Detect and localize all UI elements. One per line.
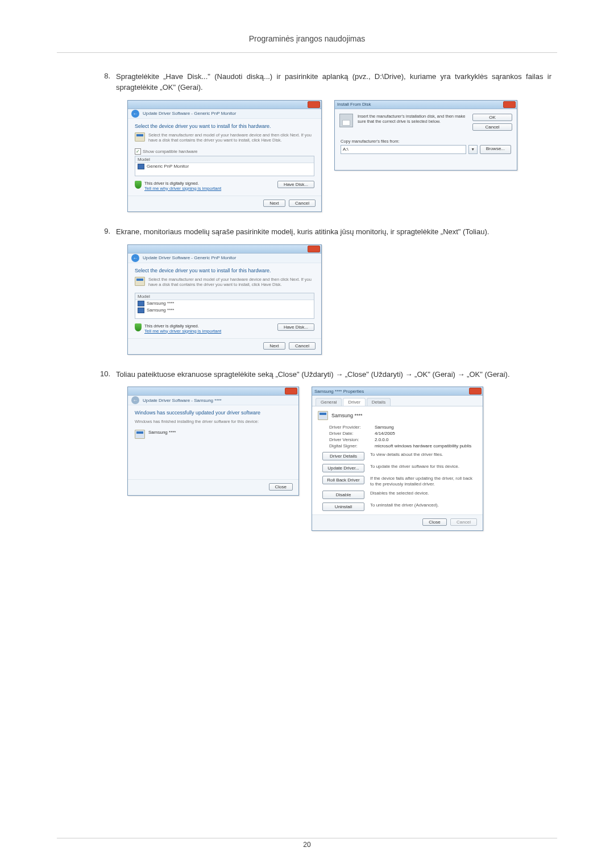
dialog-heading: Select the device driver you want to ins… <box>135 123 314 129</box>
breadcrumb-text: Update Driver Software - Samsung **** <box>143 398 222 403</box>
step-number: 8. <box>91 72 116 93</box>
device-name: Samsung **** <box>331 413 363 418</box>
cancel-button[interactable]: Cancel <box>289 342 316 350</box>
breadcrumb: ← Update Driver Software - Generic PnP M… <box>128 109 321 119</box>
breadcrumb: ← Update Driver Software - Samsung **** <box>128 396 298 405</box>
list-item[interactable]: Samsung **** <box>135 300 314 307</box>
update-driver-window-2: ← Update Driver Software - Generic PnP M… <box>127 244 322 355</box>
list-item-label: Generic PnP Monitor <box>147 164 189 169</box>
next-button[interactable]: Next <box>263 200 285 207</box>
model-listbox[interactable]: Model Generic PnP Monitor <box>135 156 314 176</box>
step-8: 8. Spragtelėkite „Have Disk..." (Naudoti… <box>91 72 557 93</box>
monitor-icon <box>135 430 145 439</box>
have-disk-button[interactable]: Have Disk... <box>277 323 314 331</box>
browse-button[interactable]: Browse... <box>480 145 511 154</box>
rollback-driver-desc: If the device fails after updating the d… <box>370 476 477 487</box>
version-value: 2.0.0.0 <box>375 437 388 442</box>
dialog-heading: Select the device driver you want to ins… <box>135 268 314 273</box>
update-success-window: ← Update Driver Software - Samsung **** … <box>127 387 299 496</box>
close-icon[interactable] <box>469 388 482 394</box>
monitor-icon <box>138 301 144 306</box>
tab-driver[interactable]: Driver <box>343 398 365 406</box>
close-icon[interactable] <box>308 101 320 108</box>
step-text: Toliau pateiktuose ekranuose spragtelėki… <box>116 369 557 380</box>
version-key: Driver Version: <box>329 437 375 442</box>
provider-value: Samsung <box>375 425 394 430</box>
step-9: 9. Ekrane, monitoriaus modelių sąraše pa… <box>91 227 557 238</box>
breadcrumb-text: Update Driver Software - Generic PnP Mon… <box>143 255 236 260</box>
model-listbox[interactable]: Model Samsung **** Samsung **** <box>135 293 314 319</box>
update-driver-desc: To update the driver software for this d… <box>370 464 477 470</box>
back-icon[interactable]: ← <box>131 110 139 118</box>
window-title: Samsung **** Properties <box>314 389 364 394</box>
step-text: Spragtelėkite „Have Disk..." (Naudoti di… <box>116 72 557 93</box>
show-compatible-checkbox[interactable]: ✓ <box>135 148 141 155</box>
list-item[interactable]: Samsung **** <box>135 307 314 314</box>
install-from-disk-window: Install From Disk Insert the manufacture… <box>334 100 517 171</box>
back-icon[interactable]: ← <box>131 254 139 262</box>
date-value: 4/14/2005 <box>375 431 395 436</box>
rollback-driver-button[interactable]: Roll Back Driver <box>322 476 364 484</box>
list-item[interactable]: Generic PnP Monitor <box>135 163 314 170</box>
close-button[interactable]: Close <box>269 483 293 491</box>
install-disk-msg: Insert the manufacturer's installation d… <box>358 114 468 131</box>
monitor-icon <box>318 411 328 420</box>
signer-value: microsoft windows hardware compatibility… <box>375 443 471 448</box>
update-driver-window-1: ← Update Driver Software - Generic PnP M… <box>127 100 322 212</box>
back-icon: ← <box>131 396 139 404</box>
window-titlebar <box>128 245 321 254</box>
show-compatible-label: Show compatible hardware <box>143 149 198 154</box>
breadcrumb-text: Update Driver Software - Generic PnP Mon… <box>143 111 236 116</box>
window-titlebar <box>128 387 298 396</box>
dialog-heading: Windows has successfully updated your dr… <box>135 410 292 416</box>
close-icon[interactable] <box>503 101 516 108</box>
divider <box>57 838 557 838</box>
uninstall-button[interactable]: Uninstall <box>322 502 364 511</box>
next-button[interactable]: Next <box>263 342 285 350</box>
dialog-subtext: Windows has finished installing the driv… <box>135 419 292 424</box>
close-icon[interactable] <box>285 388 297 394</box>
window-titlebar: Install From Disk <box>335 101 517 109</box>
dropdown-arrow-icon[interactable]: ▼ <box>468 145 478 154</box>
have-disk-button[interactable]: Have Disk... <box>277 181 314 188</box>
driver-details-desc: To view details about the driver files. <box>370 452 477 458</box>
cancel-button[interactable]: Cancel <box>289 200 316 207</box>
tab-general[interactable]: General <box>316 398 342 406</box>
breadcrumb: ← Update Driver Software - Generic PnP M… <box>128 254 321 263</box>
driver-details-button[interactable]: Driver Details <box>322 452 364 460</box>
disable-button[interactable]: Disable <box>322 491 364 499</box>
disable-desc: Disables the selected device. <box>370 491 477 496</box>
step-number: 10. <box>91 369 116 380</box>
properties-window: Samsung **** Properties General Driver D… <box>312 387 483 531</box>
tabs: General Driver Details <box>312 396 483 406</box>
step-text: Ekrane, monitoriaus modelių sąraše pasir… <box>116 227 557 238</box>
ok-button[interactable]: OK <box>472 114 512 121</box>
signer-key: Digital Signer: <box>329 443 375 448</box>
cancel-button: Cancel <box>450 518 477 526</box>
uninstall-desc: To uninstall the driver (Advanced). <box>370 502 477 508</box>
list-item-label: Samsung **** <box>147 308 174 313</box>
section-title: Programinės įrangos naudojimas <box>57 34 557 43</box>
signing-info-link[interactable]: Tell me why driver signing is important <box>144 329 221 334</box>
page-number: 20 <box>0 841 614 849</box>
list-item-label: Samsung **** <box>147 301 174 306</box>
disk-icon <box>135 277 145 286</box>
close-button[interactable]: Close <box>422 518 446 526</box>
provider-key: Driver Provider: <box>329 425 375 430</box>
update-driver-button[interactable]: Update Driver... <box>322 464 364 472</box>
close-icon[interactable] <box>308 246 320 252</box>
signed-label: This driver is digitally signed. <box>144 323 221 329</box>
tab-details[interactable]: Details <box>367 398 391 406</box>
path-input[interactable]: A:\ <box>341 145 466 154</box>
shield-icon <box>135 181 142 189</box>
window-titlebar <box>128 101 321 109</box>
cancel-button[interactable]: Cancel <box>472 123 512 131</box>
signing-info-link[interactable]: Tell me why driver signing is important <box>144 186 221 191</box>
dialog-subtext: Select the manufacturer and model of you… <box>148 132 314 143</box>
device-name: Samsung **** <box>148 430 176 435</box>
copy-from-label: Copy manufacturer's files from: <box>341 139 511 144</box>
date-key: Driver Date: <box>329 431 375 436</box>
floppy-icon <box>339 114 353 127</box>
signed-label: This driver is digitally signed. <box>144 181 221 186</box>
window-title: Install From Disk <box>337 102 371 107</box>
